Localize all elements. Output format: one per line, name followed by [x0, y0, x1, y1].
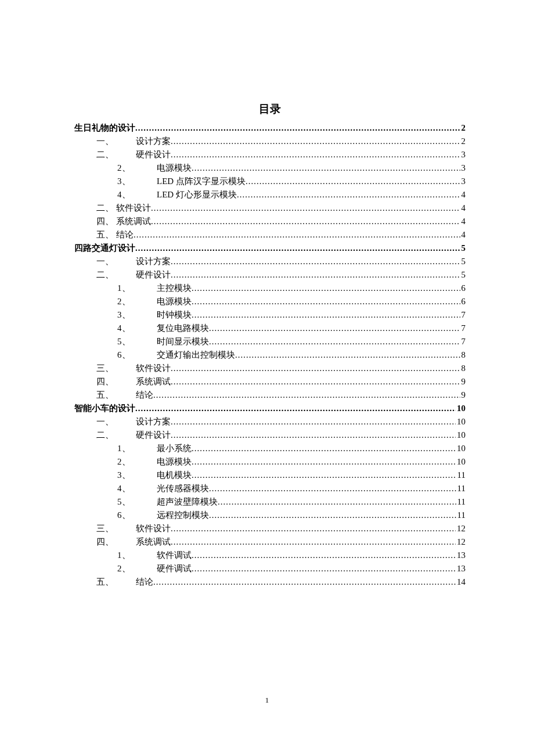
toc-entry-text: 系统调试	[136, 377, 171, 386]
toc-entry-label: 智能小车的设计	[74, 402, 135, 415]
toc-entry-page: 12	[456, 522, 466, 535]
toc-entry[interactable]: 1、软件调试13	[74, 549, 466, 562]
toc-entry[interactable]: 6、交通灯输出控制模块8	[74, 348, 466, 362]
toc-entry-page: 10	[456, 442, 466, 455]
toc-entry-text: 时间显示模块	[157, 337, 209, 346]
toc-entry-number: 五、	[96, 388, 136, 402]
toc-entry-number: 五、	[96, 575, 136, 589]
toc-entry-page: 5	[460, 255, 466, 268]
toc-entry[interactable]: 智能小车的设计10	[74, 402, 466, 415]
toc-entry[interactable]: 2、电源模块3	[74, 161, 466, 175]
toc-entry-label: 三、软件设计	[96, 522, 171, 535]
toc-leader-dots	[209, 509, 456, 522]
toc-entry[interactable]: 5、超声波壁障模块11	[74, 495, 466, 509]
toc-entry[interactable]: 二、硬件设计10	[74, 429, 466, 442]
toc-entry-page: 3	[460, 148, 466, 161]
toc-leader-dots	[153, 388, 460, 402]
toc-entry[interactable]: 五、结论14	[74, 575, 466, 589]
toc-entry[interactable]: 五、结论9	[74, 388, 466, 402]
toc-leader-dots	[192, 442, 456, 455]
toc-entry-text: 结论	[116, 230, 134, 239]
toc-leader-dots	[171, 535, 456, 549]
toc-entry[interactable]: 四路交通灯设计5	[74, 242, 466, 255]
toc-entry[interactable]: 4、光传感器模块11	[74, 482, 466, 495]
toc-entry[interactable]: 1、主控模块6	[74, 282, 466, 295]
toc-leader-dots	[218, 495, 456, 509]
toc-entry[interactable]: 4、LED 灯心形显示模块4	[74, 188, 466, 201]
document-page: 目录 生日礼物的设计2一、设计方案2二、硬件设计32、电源模块33、LED 点阵…	[0, 0, 534, 756]
toc-entry[interactable]: 二、软件设计4	[74, 201, 466, 215]
toc-entry-number: 2、	[117, 161, 157, 175]
toc-entry-page: 2	[460, 121, 466, 135]
toc-entry-label: 二、硬件设计	[96, 268, 171, 282]
toc-entry[interactable]: 2、电源模块6	[74, 295, 466, 308]
toc-entry-page: 4	[460, 215, 466, 228]
toc-entry-text: 四路交通灯设计	[74, 243, 135, 253]
toc-entry[interactable]: 生日礼物的设计2	[74, 121, 466, 135]
toc-entry[interactable]: 3、LED 点阵汉字显示模块3	[74, 175, 466, 188]
toc-entry-label: 五、结论	[96, 388, 153, 402]
toc-entry-page: 14	[456, 575, 466, 589]
toc-entry-text: 系统调试	[116, 217, 151, 226]
toc-leader-dots	[192, 295, 460, 308]
toc-entry-number: 四、	[96, 535, 136, 549]
toc-entry[interactable]: 3、时钟模块7	[74, 308, 466, 322]
toc-entry[interactable]: 三、软件设计8	[74, 362, 466, 375]
toc-entry[interactable]: 2、硬件调试13	[74, 562, 466, 575]
toc-entry[interactable]: 一、设计方案5	[74, 255, 466, 268]
toc-entry[interactable]: 一、设计方案10	[74, 415, 466, 429]
toc-entry[interactable]: 3、电机模块11	[74, 469, 466, 482]
toc-entry-number: 二、	[96, 148, 136, 161]
toc-entry-number: 2、	[117, 455, 157, 469]
toc-entry-label: 二、硬件设计	[96, 429, 171, 442]
toc-leader-dots	[135, 242, 460, 255]
toc-entry-page: 7	[460, 308, 466, 322]
toc-entry-page: 8	[460, 362, 466, 375]
toc-entry-page: 11	[456, 469, 466, 482]
toc-entry-number: 5、	[117, 495, 157, 509]
toc-leader-dots	[209, 335, 460, 348]
toc-entry-number: 3、	[117, 175, 157, 188]
toc-entry[interactable]: 三、软件设计12	[74, 522, 466, 535]
toc-entry[interactable]: 5、时间显示模块7	[74, 335, 466, 348]
toc-entry-text: 硬件设计	[136, 430, 171, 440]
toc-entry[interactable]: 1、最小系统10	[74, 442, 466, 455]
toc-entry-page: 10	[456, 455, 466, 469]
toc-entry-number: 1、	[117, 282, 157, 295]
toc-entry[interactable]: 四、系统调试12	[74, 535, 466, 549]
toc-entry-label: 二、硬件设计	[96, 148, 171, 161]
toc-entry-number: 1、	[117, 442, 157, 455]
toc-entry-number: 二、	[96, 268, 136, 282]
toc-entry-number: 2、	[117, 562, 157, 575]
toc-entry-number: 4、	[117, 322, 157, 335]
toc-entry[interactable]: 二、硬件设计5	[74, 268, 466, 282]
toc-entry-label: 一、设计方案	[96, 415, 171, 429]
toc-entry[interactable]: 二、硬件设计3	[74, 148, 466, 161]
toc-entry-label: 3、LED 点阵汉字显示模块	[117, 175, 246, 188]
toc-entry[interactable]: 五、结论4	[74, 228, 466, 242]
toc-leader-dots	[171, 255, 460, 268]
toc-entry-label: 6、交通灯输出控制模块	[117, 348, 235, 362]
toc-entry-text: 电源模块	[157, 457, 192, 466]
toc-entry[interactable]: 四、系统调试4	[74, 215, 466, 228]
toc-entry-number: 二、	[96, 201, 116, 215]
toc-entry-label: 2、电源模块	[117, 161, 192, 175]
toc-entry-page: 7	[460, 335, 466, 348]
toc-entry[interactable]: 4、复位电路模块7	[74, 322, 466, 335]
toc-entry-text: 光传感器模块	[157, 484, 209, 493]
toc-entry-number: 一、	[96, 135, 136, 148]
toc-entry-number: 一、	[96, 255, 136, 268]
toc-entry-number: 三、	[96, 522, 136, 535]
toc-entry-label: 2、电源模块	[117, 295, 192, 308]
toc-entry-text: LED 点阵汉字显示模块	[157, 177, 246, 186]
toc-entry[interactable]: 一、设计方案2	[74, 135, 466, 148]
toc-entry[interactable]: 6、远程控制模块11	[74, 509, 466, 522]
toc-entry[interactable]: 四、系统调试9	[74, 375, 466, 388]
toc-entry-number: 五、	[96, 228, 116, 242]
toc-entry[interactable]: 2、电源模块10	[74, 455, 466, 469]
toc-entry-text: 系统调试	[136, 537, 171, 546]
toc-entry-page: 10	[456, 429, 466, 442]
toc-entry-text: 交通灯输出控制模块	[157, 350, 235, 359]
toc-leader-dots	[192, 469, 456, 482]
page-footer-number: 1	[0, 696, 534, 705]
